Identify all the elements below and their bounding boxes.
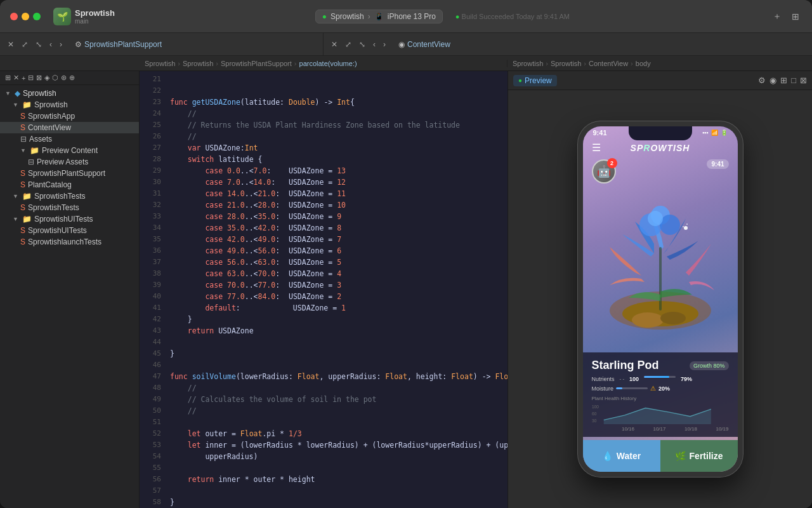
nutrients-max: 100 [629, 376, 639, 382]
line-numbers: 2122232425 2627282930 3132333435 3637383… [140, 71, 165, 508]
folder-icon-uitests: 📁 [22, 215, 32, 224]
tree-label-sprowtish: Sprowtish [34, 100, 68, 109]
sidebar-item-sprowtish-folder[interactable]: ▼ 📁 Sprowtish [0, 99, 139, 110]
sidebar-icon-9[interactable]: ⊕ [69, 74, 75, 82]
prev-icon[interactable]: ‹ [370, 39, 378, 50]
sparkline-chart: 100 60 30 [592, 403, 729, 425]
tree-label-assets: Assets [29, 135, 52, 144]
sidebar-item-tests-folder[interactable]: ▼ 📁 SprowtishTests [0, 190, 139, 202]
sidebar-item-preview-content[interactable]: ▼ 📁 Preview Content [0, 145, 139, 156]
sidebar-item-uitests-folder[interactable]: ▼ 📁 SprowtishUITests [0, 213, 139, 225]
sidebar-icon-1[interactable]: ⊞ [5, 74, 11, 82]
navigate-back-icon[interactable]: ‹ [47, 39, 55, 50]
sidebar-item-sprowtish-root[interactable]: ▼ ◆ Sprowtish [0, 88, 139, 99]
sidebar-item-uitests-file[interactable]: S SprowtishUITests [0, 225, 139, 236]
moisture-label: Moisture [592, 385, 614, 392]
close-tab-icon[interactable]: ✕ [5, 39, 16, 50]
plant-illustration [597, 196, 724, 336]
sidebar-icon-3[interactable]: + [22, 74, 25, 82]
sidebar-icon-7[interactable]: ⬡ [52, 74, 58, 82]
arrow-icon-preview: ▼ [20, 147, 26, 154]
sidebar-icon-8[interactable]: ⊛ [61, 74, 67, 82]
ep-sep1: › [178, 60, 180, 67]
sidebar-item-tests-file[interactable]: S SprowtishTests [0, 202, 139, 213]
svg-point-3 [660, 312, 686, 324]
maximize-button[interactable] [33, 13, 41, 20]
hamburger-icon[interactable]: ☰ [592, 142, 601, 154]
layout-toggle[interactable]: ⊞ [789, 10, 802, 23]
tree-label-catalog: PlantCatalog [28, 180, 72, 189]
build-dot: ● [455, 13, 460, 20]
tree-label-preview-assets: Preview Assets [37, 157, 88, 166]
phone-status-bar: 9:41 ▪▪▪ 📶 🔋 [593, 129, 728, 137]
water-label: Water [617, 451, 641, 461]
date-1016: 10/16 [622, 426, 634, 432]
sidebar-item-launch-tests[interactable]: S SprowtishlaunchTests [0, 236, 139, 248]
preview-pane: ● Preview ⚙ ◉ ⊞ □ ⊠ [508, 71, 812, 508]
phone-time: 9:41 [593, 129, 607, 137]
sidebar-icon-2[interactable]: ✕ [13, 74, 19, 82]
swift-icon-7: S [20, 237, 25, 246]
app-window: 🌱 Sprowtish main ● Sprowtish › 📱 iPhone … [0, 0, 812, 508]
preview-icon-group: ⚙ ◉ ⊞ □ ⊠ [758, 76, 807, 85]
nutrients-fill [644, 376, 669, 378]
code-scroll-area[interactable]: 2122232425 2627282930 3132333435 3637383… [140, 71, 508, 508]
sidebar-item-sprowtishapp[interactable]: S SprowtishApp [0, 110, 139, 122]
close-preview-icon[interactable]: ✕ [329, 39, 340, 50]
moisture-value: 20% [658, 385, 670, 392]
svg-point-11 [683, 226, 684, 227]
collapse-preview-icon[interactable]: ⤡ [357, 39, 368, 50]
sidebar-item-plantsupport[interactable]: S SprowtishPlantSupport [0, 168, 139, 179]
preview-settings-icon[interactable]: ⚙ [758, 76, 766, 85]
traffic-lights [10, 13, 41, 20]
device-name: iPhone 13 Pro [388, 12, 436, 21]
collapse-icon[interactable]: ⤡ [33, 39, 44, 50]
notification-badge: 2 [607, 158, 617, 168]
sidebar-icon-4[interactable]: ⊟ [28, 74, 34, 82]
preview-duplicate-icon[interactable]: ⊞ [780, 76, 787, 85]
sidebar-icon-5[interactable]: ⊠ [36, 74, 42, 82]
preview-phone-icon[interactable]: □ [791, 76, 796, 85]
preview-zoom-icon[interactable]: ⊠ [800, 76, 807, 85]
sidebar-item-contentview[interactable]: S ContentView [0, 122, 139, 133]
sidebar-item-plantcatalog[interactable]: S PlantCatalog [0, 179, 139, 190]
pp1: Sprowtish [513, 60, 543, 67]
scheme-name: Sprowtish [331, 12, 364, 21]
pp2: Sprowtish [551, 60, 581, 67]
chart-svg: 100 60 30 [592, 403, 729, 425]
close-button[interactable] [10, 13, 18, 20]
user-avatar[interactable]: 🤖 2 [592, 159, 616, 184]
date-1017: 10/17 [653, 426, 665, 432]
editor-path-bar: Sprowtish › Sprowtish › SprowtishPlantSu… [140, 60, 508, 67]
scheme-selector[interactable]: ● Sprowtish › 📱 iPhone 13 Pro [315, 10, 443, 23]
add-button[interactable]: ＋ [770, 10, 784, 23]
navigate-forward-icon[interactable]: › [57, 39, 65, 50]
folder-icon: ◆ [15, 89, 20, 98]
next-icon[interactable]: › [381, 39, 388, 50]
sidebar-item-assets[interactable]: ⊟ Assets [0, 133, 139, 145]
preview-inspect-icon[interactable]: ◉ [769, 76, 776, 85]
water-button[interactable]: 💧 Water [583, 440, 660, 472]
main-toolbar: ✕ ⤢ ⤡ ‹ › ⚙ SprowtishPlantSupport ✕ ⤢ ⤡ … [0, 33, 812, 56]
titlebar-right: ＋ ⊞ [770, 10, 802, 23]
arrow-icon-uitests: ▼ [13, 216, 18, 222]
sidebar-icon-6[interactable]: ◈ [44, 74, 49, 82]
arrow-icon-tests: ▼ [13, 193, 18, 199]
preview-path-bar: Sprowtish › Sprowtish › ContentView › bo… [508, 60, 812, 67]
folder-icon-tests: 📁 [22, 192, 32, 201]
swift-icon-2: S [20, 123, 25, 132]
fertilize-button[interactable]: 🌿 Fertilize [660, 440, 738, 472]
signal-icon: ▪▪▪ [702, 130, 709, 136]
code-text[interactable]: func getUSDAZone(latitude: Double) -> In… [165, 71, 508, 508]
main-area: ⊞ ✕ + ⊟ ⊠ ◈ ⬡ ⊛ ⊕ ▼ ◆ Sprowtish ▼ [0, 71, 812, 508]
minimize-button[interactable] [22, 13, 29, 20]
folder-icon-2: 📁 [22, 100, 32, 109]
expand-icon[interactable]: ⤢ [19, 39, 30, 50]
ep2: Sprowtish [183, 60, 213, 67]
sidebar-item-preview-assets[interactable]: ⊟ Preview Assets [0, 156, 139, 168]
water-icon: 💧 [602, 451, 613, 461]
expand-preview-icon[interactable]: ⤢ [343, 39, 354, 50]
fertilize-icon: 🌿 [675, 451, 686, 461]
ep-sep3: › [294, 60, 297, 67]
tree-label-launch: SprowtishlaunchTests [28, 237, 102, 246]
